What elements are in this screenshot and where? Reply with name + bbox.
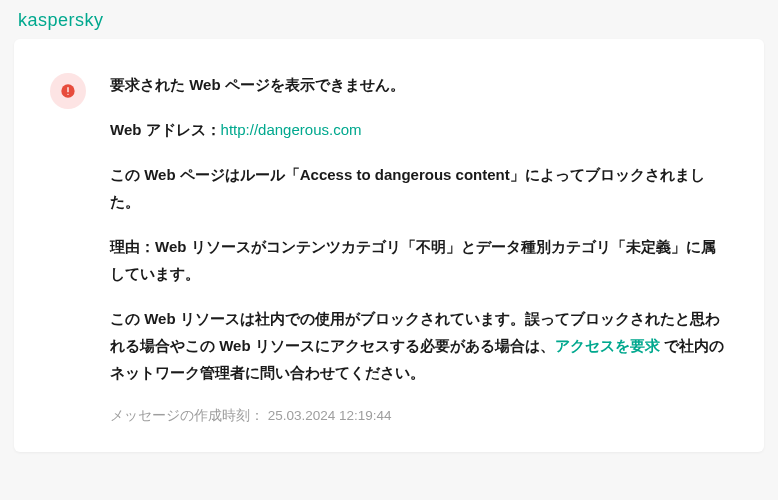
reason-paragraph: 理由：Web リソースがコンテンツカテゴリ「不明」とデータ種別カテゴリ「未定義」…	[110, 233, 728, 287]
content-column: 要求された Web ページを表示できません。 Web アドレス：http://d…	[110, 71, 728, 428]
page-title: 要求された Web ページを表示できません。	[110, 71, 728, 98]
header: kaspersky	[0, 0, 778, 39]
timestamp-value: 25.03.2024 12:19:44	[268, 408, 392, 423]
timestamp-row: メッセージの作成時刻： 25.03.2024 12:19:44	[110, 404, 728, 428]
address-label: Web アドレス：	[110, 121, 221, 138]
rule-name: Access to dangerous content	[300, 166, 510, 183]
svg-rect-2	[67, 94, 68, 95]
brand-logo: kaspersky	[18, 10, 760, 31]
icon-column	[50, 71, 86, 428]
rule-pre: この Web ページはルール「	[110, 166, 300, 183]
svg-rect-1	[67, 87, 68, 92]
rule-paragraph: この Web ページはルール「Access to dangerous conte…	[110, 161, 728, 215]
blocked-url-link[interactable]: http://dangerous.com	[221, 121, 362, 138]
address-row: Web アドレス：http://dangerous.com	[110, 116, 728, 143]
block-message-card: 要求された Web ページを表示できません。 Web アドレス：http://d…	[14, 39, 764, 452]
warning-icon	[50, 73, 86, 109]
request-access-link[interactable]: アクセスを要求	[555, 337, 660, 354]
instruction-paragraph: この Web リソースは社内での使用がブロックされています。誤ってブロックされた…	[110, 305, 728, 386]
timestamp-label: メッセージの作成時刻：	[110, 408, 264, 423]
